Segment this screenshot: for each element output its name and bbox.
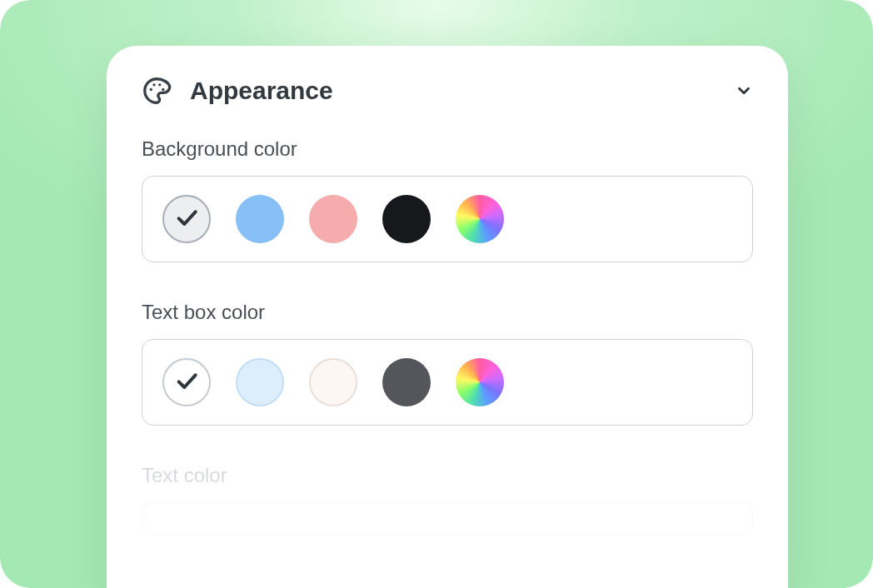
- background-color-swatches: [142, 176, 753, 262]
- svg-point-2: [158, 83, 161, 86]
- background-color-label: Background color: [142, 137, 753, 161]
- swatch-tb-darkgray[interactable]: [382, 358, 431, 406]
- swatch-bg-black[interactable]: [382, 195, 431, 243]
- palette-icon: [142, 76, 172, 106]
- check-icon: [173, 367, 200, 397]
- check-icon: [173, 204, 200, 234]
- textbox-color-label: Text box color: [142, 301, 753, 324]
- swatch-tb-lightblue[interactable]: [236, 358, 284, 406]
- svg-point-3: [162, 88, 164, 91]
- svg-point-1: [152, 83, 155, 86]
- chevron-down-icon[interactable]: [735, 82, 753, 100]
- swatch-bg-default[interactable]: [162, 195, 211, 243]
- textbox-color-swatches: [142, 339, 753, 426]
- swatch-bg-custom[interactable]: [456, 195, 504, 243]
- panel-title: Appearance: [190, 77, 735, 105]
- panel-header[interactable]: Appearance: [142, 76, 753, 106]
- swatch-bg-blue[interactable]: [236, 195, 284, 243]
- swatch-tb-cream[interactable]: [309, 358, 357, 406]
- swatch-bg-pink[interactable]: [309, 195, 357, 243]
- swatch-tb-white[interactable]: [162, 358, 211, 406]
- appearance-panel: Appearance Background color Text box col…: [107, 46, 788, 588]
- swatch-tb-custom[interactable]: [456, 358, 504, 406]
- svg-point-0: [150, 88, 152, 91]
- text-color-swatches: [142, 502, 753, 536]
- text-color-label: Text color: [142, 464, 753, 487]
